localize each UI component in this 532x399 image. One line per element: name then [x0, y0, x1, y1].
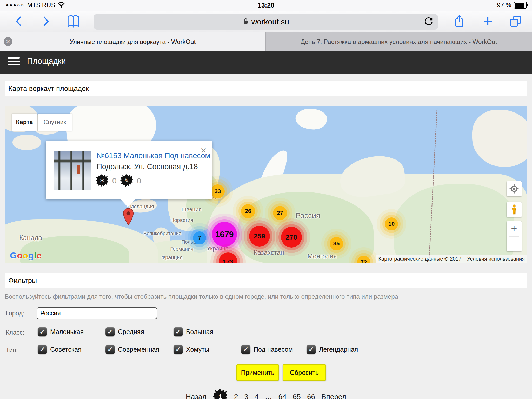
checkbox-checked-icon[interactable]: ✓	[241, 345, 250, 354]
reload-button[interactable]	[423, 17, 434, 28]
screen: ●●●○○ MTS RUS 13:28 97 % workout.su	[0, 0, 532, 399]
map-section-title: Карта воркаут площадок	[8, 85, 89, 93]
type-option-label: Под навесом	[254, 346, 293, 353]
map-place-label: Франция	[161, 255, 183, 261]
type-option[interactable]: ✓Под навесом	[241, 345, 293, 354]
google-logo[interactable]: Google	[10, 250, 42, 261]
type-option[interactable]: ✓Хомуты	[174, 345, 209, 354]
battery-percent: 97 %	[497, 2, 511, 9]
new-tab-button[interactable]	[482, 15, 494, 28]
map-cluster-marker[interactable]: 259	[249, 226, 270, 247]
map-cluster-marker[interactable]: 7	[193, 231, 206, 244]
bookmarks-button[interactable]	[66, 15, 80, 29]
map-place-label: Германия	[170, 246, 194, 252]
map-copyright: Картографические данные © 2017	[376, 255, 464, 263]
tab-active[interactable]: ✕ Уличные площадки для воркаута - WorkOu…	[0, 32, 265, 51]
map-cluster-marker[interactable]: 1679	[212, 222, 237, 247]
map-land	[472, 110, 527, 167]
map-place-label: Казахстан	[254, 249, 284, 256]
map-cluster-marker[interactable]: 27	[273, 206, 287, 220]
checkbox-checked-icon[interactable]: ✓	[307, 345, 316, 354]
pagination-current-page[interactable]: 1	[213, 389, 228, 399]
pagination-page[interactable]: 66	[307, 393, 315, 399]
map-type-switch: Карта Спутник	[12, 114, 72, 131]
address-bar[interactable]: workout.su	[94, 14, 438, 30]
map-pin[interactable]	[123, 208, 134, 227]
zoom-out-button[interactable]: −	[507, 237, 522, 251]
pagination-ellipsis[interactable]: …	[265, 393, 272, 399]
map-cluster-marker[interactable]: 33	[211, 184, 225, 198]
city-input[interactable]	[37, 307, 157, 319]
type-option[interactable]: ✓Советская	[38, 345, 82, 354]
class-option-label: Большая	[186, 328, 213, 336]
type-option[interactable]: ✓Легендарная	[307, 345, 358, 354]
map-place-label: Швеция	[182, 206, 202, 212]
map-cluster-marker[interactable]: 35	[330, 237, 343, 250]
street-view-pegman-button[interactable]	[507, 202, 522, 217]
pagination-page[interactable]: 2	[234, 393, 238, 399]
my-location-button[interactable]	[507, 181, 522, 196]
class-option[interactable]: ✓Средняя	[105, 327, 144, 336]
share-button[interactable]	[453, 14, 465, 30]
pagination-page[interactable]: 64	[278, 393, 287, 399]
forward-button[interactable]	[42, 16, 50, 28]
map-info-window: ✕ №6153 Маленькая Под навесом Подольск, …	[46, 141, 212, 199]
counter-value: 0	[112, 176, 117, 185]
spot-photo-thumbnail[interactable]	[54, 151, 91, 190]
map-cluster-marker[interactable]: 270	[281, 227, 302, 248]
checkbox-checked-icon[interactable]: ✓	[105, 345, 115, 354]
tab-title: Уличные площадки для воркаута - WorkOut	[70, 38, 196, 45]
pagination-page[interactable]: 65	[293, 393, 301, 399]
class-option[interactable]: ✓Маленькая	[38, 327, 84, 336]
status-bar: ●●●○○ MTS RUS 13:28 97 %	[0, 0, 532, 11]
type-option-label: Легендарная	[319, 346, 358, 353]
map-cluster-marker[interactable]: 26	[241, 204, 255, 218]
tab-inactive[interactable]: День 7. Растяжка в домашних условиях для…	[265, 32, 532, 51]
checkbox-checked-icon[interactable]: ✓	[174, 327, 183, 336]
tab-bar: ✕ Уличные площадки для воркаута - WorkOu…	[0, 32, 532, 51]
checkbox-checked-icon[interactable]: ✓	[105, 327, 115, 336]
site-title: Площадки	[27, 57, 66, 66]
close-tab-icon[interactable]: ✕	[4, 37, 12, 46]
pagination-forward[interactable]: Вперед	[321, 393, 346, 399]
apply-button[interactable]: Применить	[236, 364, 279, 381]
map-place-label: Норвегия	[170, 217, 193, 223]
terms-of-use-link[interactable]: Условия использования	[464, 255, 527, 263]
counter-value: 0	[137, 176, 141, 185]
checkbox-checked-icon[interactable]: ✓	[174, 345, 183, 354]
browser-toolbar: workout.su	[0, 11, 532, 32]
map-type-satellite-button[interactable]: Спутник	[38, 114, 72, 131]
spot-counters: ✶ 0 ✎ 0	[96, 174, 141, 187]
reset-button[interactable]: Сбросить	[283, 364, 326, 381]
checkbox-checked-icon[interactable]: ✓	[38, 327, 47, 336]
map-attribution: Картографические данные © 2017 Условия и…	[376, 255, 527, 263]
map-place-label: Россия	[295, 211, 320, 220]
map-type-map-button[interactable]: Карта	[12, 114, 37, 131]
class-option-label: Маленькая	[50, 328, 84, 336]
type-option[interactable]: ✓Современная	[105, 345, 159, 354]
pagination-page[interactable]: 4	[255, 393, 259, 399]
zoom-control: + −	[507, 221, 522, 251]
map-cluster-marker[interactable]: 10	[385, 217, 398, 230]
zoom-in-button[interactable]: +	[507, 221, 522, 236]
tabs-overview-button[interactable]	[509, 15, 522, 29]
url-text: workout.su	[251, 17, 289, 26]
pagination-back[interactable]: Назад	[186, 393, 207, 399]
tab-title: День 7. Растяжка в домашних условиях для…	[301, 38, 497, 45]
edit-burst-icon: ✎	[120, 174, 133, 187]
filters-section-header: Фильтры	[5, 273, 527, 288]
back-button[interactable]	[14, 16, 23, 28]
menu-icon[interactable]	[8, 57, 20, 67]
class-options-row: ✓Маленькая✓Средняя✓Большая	[0, 327, 532, 339]
class-option-label: Средняя	[118, 328, 144, 336]
map-canvas[interactable]: ИсландияФинляндияШвецияНорвегияВеликобри…	[5, 106, 527, 263]
battery-icon	[514, 2, 527, 9]
class-option[interactable]: ✓Большая	[174, 327, 213, 336]
filters-description: Воспользуйтесь фильтрами для того, чтобы…	[5, 293, 398, 300]
type-option-label: Советская	[50, 346, 82, 353]
spot-link[interactable]: №6153 Маленькая Под навесом	[97, 151, 210, 160]
checkbox-checked-icon[interactable]: ✓	[38, 345, 47, 354]
pagination-page[interactable]: 3	[244, 393, 248, 399]
pagination: Назад1234…646566Вперед	[0, 389, 532, 399]
spot-address: Подольск, Ул. Сосновая д.18	[97, 162, 198, 171]
